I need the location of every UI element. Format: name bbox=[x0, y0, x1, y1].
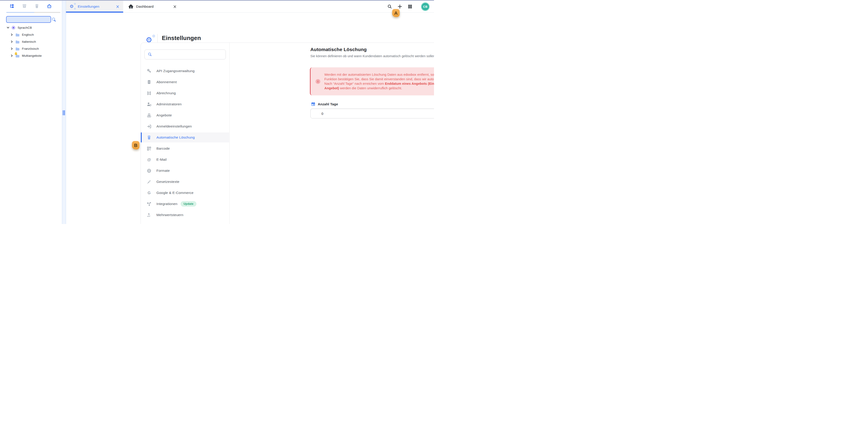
page-header: ⚙⚙⚙ Einstellungen ⚙ Einstellungen bbox=[66, 12, 434, 42]
folder-icon bbox=[16, 33, 20, 37]
qr-icon bbox=[147, 146, 151, 151]
receipt-icon bbox=[147, 80, 151, 85]
flow-icon bbox=[147, 202, 151, 206]
settings-nav-list: API ZugangsverwaltungAbonnementAbrechnun… bbox=[141, 66, 229, 221]
settings-nav-item[interactable]: Gesetzestexte bbox=[141, 177, 229, 187]
tab-dashboard[interactable]: Dashboard bbox=[123, 1, 180, 12]
tree-structure-icon[interactable] bbox=[9, 4, 14, 8]
settings-nav-item[interactable]: Automatische Löschung bbox=[141, 132, 229, 142]
settings-nav-item[interactable]: @E-Mail bbox=[141, 155, 229, 165]
chevron-right-icon[interactable] bbox=[10, 47, 13, 50]
resizer-grip-bar bbox=[64, 110, 65, 115]
settings-nav-item[interactable]: Barcode bbox=[141, 143, 229, 154]
tab-label: Dashboard bbox=[136, 4, 174, 8]
page-title: Einstellungen bbox=[162, 35, 201, 41]
svg-text:$: $ bbox=[148, 213, 150, 216]
sidebar-search-icon[interactable] bbox=[51, 17, 56, 22]
login-icon bbox=[147, 124, 151, 129]
chevron-down-icon[interactable] bbox=[6, 26, 9, 29]
chevron-right-icon[interactable] bbox=[10, 33, 13, 36]
gears-icon: ⚙⚙⚙ bbox=[70, 4, 75, 9]
anzahl-tage-select[interactable]: 0 bbox=[310, 108, 434, 119]
sidebar-resizer-handle[interactable] bbox=[62, 1, 66, 224]
annotation-mark-b: B bbox=[132, 141, 140, 150]
cubes-icon bbox=[147, 113, 151, 118]
abacus-icon bbox=[147, 91, 151, 96]
tree-item-sprachcb[interactable]: SprachCB bbox=[0, 24, 62, 31]
content-title: Automatische Löschung bbox=[310, 47, 367, 52]
tab-bar: ⚙⚙⚙ Einstellungen Dashboard bbox=[66, 1, 434, 13]
sidebar-search-input[interactable] bbox=[6, 17, 51, 22]
offer-tree: SprachCBEnglischItalienischFranzösischMu… bbox=[0, 24, 62, 59]
tree-item-italienisch[interactable]: Italienisch bbox=[0, 38, 62, 45]
window-top-accent bbox=[0, 0, 434, 1]
settings-nav-item[interactable]: Abrechnung bbox=[141, 88, 229, 98]
google-icon: G bbox=[147, 191, 151, 195]
tab-einstellungen[interactable]: ⚙⚙⚙ Einstellungen bbox=[66, 1, 123, 12]
chevron-right-icon[interactable] bbox=[10, 54, 13, 57]
tree-item-englisch[interactable]: Englisch bbox=[0, 31, 62, 38]
folder-icon bbox=[16, 40, 20, 44]
info-icon: i bbox=[315, 79, 320, 84]
close-tab-icon[interactable] bbox=[116, 5, 119, 8]
trash-icon bbox=[147, 135, 151, 140]
settings-nav-item[interactable]: Angebote bbox=[141, 110, 229, 120]
pen-icon bbox=[147, 180, 151, 184]
settings-nav-item[interactable]: Abonnement bbox=[141, 77, 229, 87]
scrollbar-thumb[interactable] bbox=[6, 12, 34, 13]
sidebar-search-box bbox=[6, 16, 51, 23]
add-icon[interactable] bbox=[397, 4, 402, 9]
archive-icon[interactable] bbox=[22, 4, 27, 8]
at-icon: @ bbox=[147, 157, 151, 162]
settings-nav-item[interactable]: Formate bbox=[141, 166, 229, 175]
settings-nav-item[interactable]: GGoogle & E-Commerce bbox=[141, 188, 229, 198]
admin-icon bbox=[147, 102, 151, 107]
warning-banner: i Werden mit der automatisierten Löschun… bbox=[310, 67, 434, 95]
field-label-row: Anzahl Tage bbox=[311, 102, 338, 106]
main-area: ⚙⚙⚙ Einstellungen Dashboard CB bbox=[66, 1, 434, 224]
radio-target-icon bbox=[11, 26, 16, 30]
globe-icon bbox=[147, 168, 151, 173]
apps-grid-icon[interactable] bbox=[408, 4, 412, 9]
resizer-grip-bar bbox=[63, 110, 64, 115]
warning-text: Werden mit der automatisierten Löschung … bbox=[324, 72, 434, 90]
folder-icon bbox=[16, 47, 20, 51]
settings-nav-item[interactable]: $Mehrwertsteuern bbox=[141, 210, 229, 220]
home-icon[interactable] bbox=[47, 4, 52, 8]
locked-folder-icon bbox=[16, 54, 20, 58]
avatar[interactable]: CB bbox=[422, 3, 429, 10]
settings-search-input[interactable] bbox=[154, 53, 225, 57]
field-label: Anzahl Tage bbox=[318, 102, 338, 106]
settings-nav-item[interactable]: Anmeldeeinstellungen bbox=[141, 121, 229, 131]
update-badge: Update bbox=[181, 201, 196, 206]
settings-search-box bbox=[145, 50, 226, 59]
search-icon bbox=[148, 52, 152, 57]
content-subtitle: Sie können definieren ob und wann Kunden… bbox=[310, 54, 434, 58]
settings-nav-item[interactable]: IntegrationenUpdate bbox=[141, 199, 229, 209]
tree-item-multiangebote[interactable]: Multiangebote bbox=[0, 52, 62, 59]
calendar-icon bbox=[311, 102, 315, 106]
select-value: 0 bbox=[311, 111, 434, 116]
trash-icon[interactable] bbox=[34, 4, 39, 8]
annotation-mark-a: A bbox=[392, 9, 400, 17]
settings-nav-item[interactable]: API Zugangsverwaltung bbox=[141, 66, 229, 76]
sidebar-toolbar-scrollbar[interactable] bbox=[6, 12, 60, 13]
settings-nav-item[interactable]: Administratoren bbox=[141, 99, 229, 109]
settings-nav-panel: API ZugangsverwaltungAbonnementAbrechnun… bbox=[141, 43, 230, 224]
search-icon[interactable] bbox=[387, 4, 392, 9]
tax-icon: $ bbox=[147, 213, 151, 218]
settings-content: Automatische Löschung Sie können definie… bbox=[236, 43, 434, 224]
key-icon bbox=[147, 69, 151, 73]
settings-card: API ZugangsverwaltungAbonnementAbrechnun… bbox=[141, 42, 434, 224]
close-tab-icon[interactable] bbox=[174, 5, 176, 8]
tree-item-französisch[interactable]: Französisch bbox=[0, 45, 62, 52]
left-sidebar: SprachCBEnglischItalienischFranzösischMu… bbox=[0, 1, 62, 224]
home-icon bbox=[128, 4, 133, 9]
tab-label: Einstellungen bbox=[78, 4, 116, 8]
chevron-right-icon[interactable] bbox=[10, 40, 13, 43]
sidebar-toolbar bbox=[0, 1, 62, 11]
